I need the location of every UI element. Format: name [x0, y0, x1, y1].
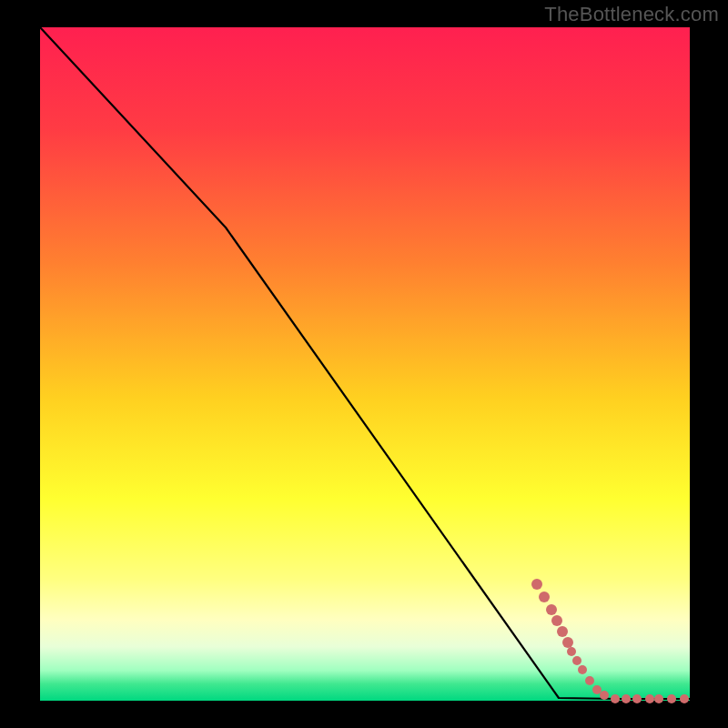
chart-marker	[567, 647, 576, 656]
chart-marker	[585, 676, 594, 685]
chart-marker	[557, 626, 568, 637]
chart-marker	[562, 637, 573, 648]
chart-marker	[578, 665, 587, 674]
watermark-text: TheBottleneck.com	[544, 3, 719, 26]
chart-marker	[531, 579, 542, 590]
chart-marker	[611, 694, 620, 703]
chart-marker	[551, 615, 562, 626]
chart-marker	[592, 685, 602, 694]
chart-marker	[667, 694, 676, 703]
chart-marker	[600, 691, 609, 700]
chart-marker	[632, 694, 642, 703]
chart-marker	[572, 656, 581, 665]
chart-marker	[645, 694, 654, 703]
chart-marker	[546, 604, 557, 615]
chart-marker	[654, 694, 663, 703]
chart-plot-bg	[40, 27, 690, 701]
chart-marker	[680, 694, 689, 703]
chart-marker	[539, 592, 550, 602]
chart-canvas	[0, 0, 728, 728]
chart-frame: TheBottleneck.com	[0, 0, 728, 728]
chart-marker	[622, 694, 631, 703]
